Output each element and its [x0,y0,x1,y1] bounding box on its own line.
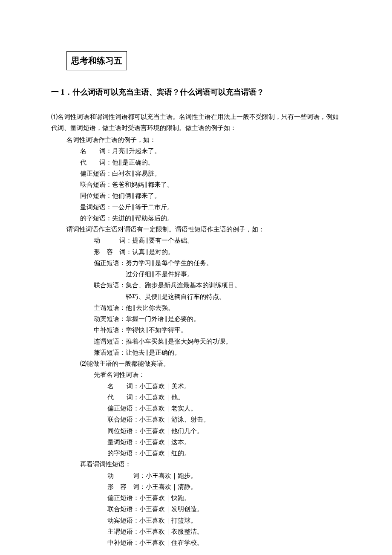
section-title: 思考和练习五 [66,51,127,70]
list-item: 偏正短语：努力学习‖是每个学生的任务。 [51,257,341,269]
list-item: 偏正短语：小王喜欢｜老实人。 [51,403,341,414]
intro-paragraph-1: ⑴名词性词语和谓词性词语都可以充当主语。名词性主语在用法上一般不受限制，只有一些… [51,111,341,134]
subheading-noun-object: 先看名词性词语： [51,369,341,380]
subheading-verb-object: 再看谓词性短语： [51,459,341,470]
list-item: 联合短语：小王喜欢｜发明创造。 [51,503,341,515]
list-item: 代 词：小王喜欢｜他。 [51,392,341,403]
list-item: 名 词：小王喜欢｜美术。 [51,381,341,392]
subheading-verb-subject: 谓词性词语作主语对谓语有一定限制。谓语性短语作主语的例子，如： [51,224,341,235]
list-item: 名 词：月亮‖升起来了。 [51,145,341,156]
list-item: 联合短语：爸爸和妈妈‖都来了。 [51,179,341,190]
list-item: 偏正短语：小王喜欢｜快跑。 [51,492,341,503]
list-item: 动 词：小王喜欢｜跑步。 [51,470,341,481]
list-item: 主谓短语：他‖去比你去强。 [51,302,341,313]
list-item: 动 词：提高‖要有一个基础。 [51,235,341,246]
subheading-noun-subject: 名词性词语作主语的例子，如： [51,134,341,145]
list-item: 联合短语：小王喜欢｜游泳、射击。 [51,414,341,425]
list-item: 的字短语：小王喜欢｜红的。 [51,448,341,459]
list-item: 代 词：他‖是正确的。 [51,157,341,168]
list-item: 兼语短语：让他去‖是正确的。 [51,347,341,358]
list-item: 偏正短语：白衬衣‖容易脏。 [51,168,341,179]
list-item: 轻巧、灵便‖是这辆自行车的特点。 [51,291,341,302]
list-item: 同位短语：小王喜欢｜他们几个。 [51,425,341,436]
intro-paragraph-2: ⑵能做主语的一般都能做宾语。 [51,358,341,369]
list-item: 形 容 词：认真‖是对的。 [51,246,341,257]
list-item: 中补短语：学得快‖不如学得牢。 [51,324,341,335]
list-item: 中补短语：小王喜欢｜住在学校。 [51,537,341,548]
list-item: 形 容 词：小王喜欢｜清静。 [51,481,341,492]
list-item: 主谓短语：小王喜欢｜衣服整洁。 [51,526,341,537]
list-item: 联合短语：集合、跑步是新兵连最基本的训练项目。 [51,280,341,291]
list-item: 的字短语：先进的‖帮助落后的。 [51,213,341,224]
list-item: 连谓短语：推着小车买菜‖是张大妈每天的功课。 [51,336,341,347]
question-heading: 一 1．什么词语可以充当主语、宾语？什么词语可以充当谓语？ [51,86,341,99]
list-item: 同位短语：他们俩‖都来了。 [51,190,341,201]
list-item: 动宾短语：掌握一门外语‖是必要的。 [51,313,341,324]
list-item: 量词短语：一公斤‖等于二市斤。 [51,202,341,213]
list-item: 量词短语：小王喜欢｜这本。 [51,436,341,448]
list-item: 动宾短语：小王喜欢｜打篮球。 [51,515,341,526]
list-item: 过分仔细‖不是件好事。 [51,269,341,280]
